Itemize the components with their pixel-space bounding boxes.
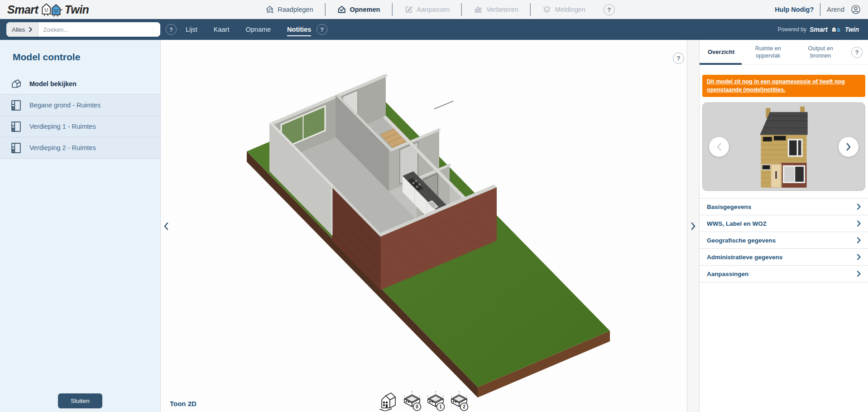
sidebar-item-model-bekijken[interactable]: Model bekijken	[0, 73, 160, 95]
edit-pencil-icon	[404, 5, 413, 14]
nav-verbeteren: Verbeteren	[462, 0, 530, 19]
tab-ruimte-en-oppervlak[interactable]: Ruimte en oppervlak	[742, 40, 794, 64]
nav-meldingen: Meldingen	[531, 0, 597, 19]
smart-twin-houses-icon	[40, 2, 62, 17]
tab-notities[interactable]: Notities	[287, 24, 311, 35]
collapse-sidebar-icon[interactable]	[163, 222, 169, 230]
tab-output-en-bronnen[interactable]: Output en bronnen	[794, 40, 847, 64]
sidebar-item-label: Begane grond - Ruimtes	[29, 102, 101, 109]
tab-opname[interactable]: Opname	[245, 24, 271, 35]
section-wws-label-en-woz[interactable]: WWS, Label en WOZ	[700, 215, 868, 232]
floor-button-hele-model[interactable]	[378, 390, 399, 411]
chevron-right-icon	[857, 204, 861, 210]
section-label: Basisgegevens	[707, 204, 751, 210]
chevron-right-icon	[857, 237, 861, 243]
chevron-right-icon	[857, 254, 861, 260]
carousel-next-button[interactable]	[839, 137, 858, 157]
powered-brand-smart: Smart	[810, 26, 828, 33]
logo-text-smart: Smart	[7, 3, 38, 16]
viewer-canvas: ? Toon 2D	[161, 40, 687, 412]
header-help-button[interactable]: ?	[604, 4, 615, 15]
carousel-prev-button[interactable]	[709, 137, 729, 157]
header-divider	[820, 3, 820, 16]
sidebar-item-label: Verdieping 2 - Ruimtes	[29, 144, 96, 151]
powered-by-prefix: Powered by	[778, 26, 806, 33]
nav-label: Meldingen	[555, 6, 585, 13]
panel-help-button[interactable]: ?	[851, 47, 863, 58]
tab-kaart[interactable]: Kaart	[214, 24, 230, 35]
nav-raadplegen[interactable]: Raadplegen	[253, 0, 325, 19]
model-3d-view[interactable]	[161, 40, 687, 412]
toggle-2d-button[interactable]: Toon 2D	[170, 400, 197, 407]
panel-gutter	[687, 40, 700, 412]
nav-label: Opnemen	[350, 6, 380, 13]
model-session-alert[interactable]: Dit model zit nog in een opnamesessie of…	[702, 75, 865, 97]
sidebar-item-label: Model bekijken	[29, 80, 77, 87]
section-basisgegevens[interactable]: Basisgegevens	[700, 198, 868, 215]
house-search-icon	[265, 5, 274, 14]
main-nav: Raadplegen Opnemen Aanpassen	[253, 0, 615, 19]
viewer-help-button[interactable]: ?	[673, 53, 684, 64]
header-right: Hulp Nodig? Arend	[775, 3, 861, 16]
chevron-right-icon	[845, 142, 852, 151]
floor-button-verdieping-1[interactable]: 1	[425, 390, 446, 411]
house-photo	[754, 106, 814, 188]
floor-box-icon: 1	[425, 390, 446, 411]
bar-chart-icon	[474, 5, 483, 14]
section-label: WWS, Label en WOZ	[707, 220, 767, 227]
nav-label: Raadplegen	[278, 6, 313, 13]
powered-brand-twin: Twin	[845, 26, 859, 33]
sidebar-item-verdieping-2[interactable]: Verdieping 2 - Ruimtes	[0, 137, 160, 159]
section-aanpassingen[interactable]: Aanpassingen	[700, 265, 868, 282]
section-geografische-gegevens[interactable]: Geografische gegevens	[700, 232, 868, 248]
toolbar: Alles ? Lijst Kaart Opname Notities ? Po…	[0, 19, 868, 40]
search-help-button[interactable]: ?	[166, 24, 177, 35]
nav-opnemen[interactable]: Opnemen	[325, 0, 392, 19]
powered-by: Powered by Smart Twin	[778, 26, 859, 34]
floor-badge: 1	[439, 404, 442, 409]
bell-icon	[542, 5, 551, 14]
floorplan-icon	[10, 142, 22, 154]
floor-button-begane-grond[interactable]: 0	[402, 390, 422, 411]
detail-panel: Overzicht Ruimte en oppervlak Output en …	[700, 40, 868, 412]
view-tabs: Lijst Kaart Opname Notities	[186, 24, 311, 35]
detail-sections: Basisgegevens WWS, Label en WOZ Geografi…	[700, 198, 868, 282]
smart-twin-houses-icon	[831, 26, 842, 34]
sidebar: Model controle Model bekijken Begane gro…	[0, 40, 161, 412]
search-input[interactable]	[38, 22, 160, 37]
section-label: Administratieve gegevens	[707, 254, 782, 261]
chevron-right-icon	[29, 27, 33, 32]
chevron-left-icon	[716, 142, 722, 151]
search-scope-button[interactable]: Alles	[6, 22, 38, 37]
tabs-help-button[interactable]: ?	[317, 24, 327, 35]
app-logo[interactable]: Smart Twin	[7, 2, 89, 17]
house-3d-icon	[378, 390, 399, 411]
content: Model controle Model bekijken Begane gro…	[0, 40, 868, 412]
search-scope-label: Alles	[12, 26, 25, 33]
tab-lijst[interactable]: Lijst	[186, 24, 197, 35]
logo-text-twin: Twin	[64, 3, 89, 16]
section-administratieve-gegevens[interactable]: Administratieve gegevens	[700, 248, 868, 265]
floorplan-icon	[10, 121, 22, 133]
sidebar-item-begane-grond[interactable]: Begane grond - Ruimtes	[0, 95, 160, 116]
user-name: Arend	[827, 6, 844, 13]
floor-badge: 2	[463, 404, 465, 409]
tab-overzicht[interactable]: Overzicht	[700, 40, 742, 64]
top-header: Smart Twin Raadplegen Opnemen	[0, 0, 868, 19]
chevron-right-icon	[857, 271, 861, 277]
floorplan-icon	[10, 99, 22, 111]
cube-3d-icon	[10, 78, 22, 90]
sidebar-item-label: Verdieping 1 - Ruimtes	[29, 123, 96, 130]
sidebar-item-verdieping-1[interactable]: Verdieping 1 - Ruimtes	[0, 116, 160, 137]
sidebar-title: Model controle	[13, 52, 160, 63]
detail-panel-tabs: Overzicht Ruimte en oppervlak Output en …	[700, 40, 868, 65]
chevron-right-icon	[857, 220, 861, 227]
help-link[interactable]: Hulp Nodig?	[775, 6, 814, 13]
search-box: Alles	[6, 22, 160, 37]
section-label: Geografische gegevens	[707, 237, 776, 244]
user-circle-icon[interactable]	[851, 5, 861, 15]
collapse-panel-icon[interactable]	[691, 222, 696, 230]
nav-label: Aanpassen	[417, 6, 450, 13]
close-button[interactable]: Sluiten	[58, 393, 102, 408]
floor-button-verdieping-2[interactable]: 2	[449, 390, 470, 411]
